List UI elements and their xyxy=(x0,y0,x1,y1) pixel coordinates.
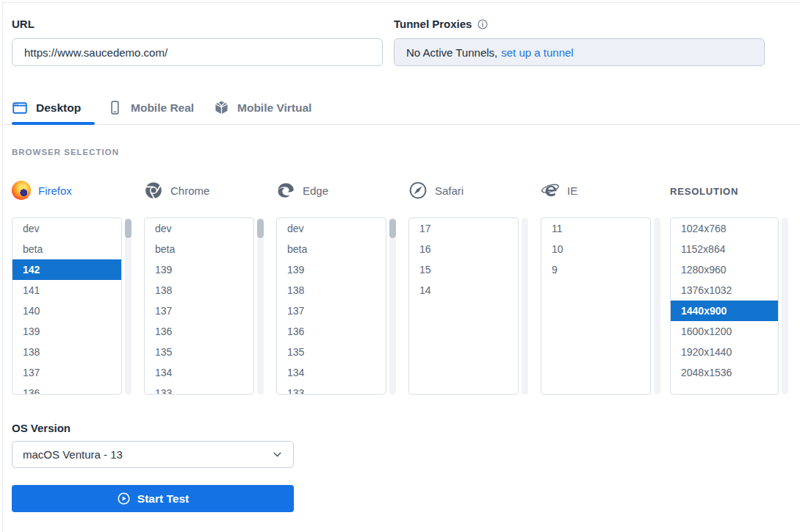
version-option[interactable]: 10 xyxy=(541,239,650,259)
chrome-column: Chrome devbeta139138137136135134133 xyxy=(144,179,269,201)
panel-top-border xyxy=(2,2,800,3)
setup-tunnel-link[interactable]: set up a tunnel xyxy=(501,46,573,59)
start-test-label: Start Test xyxy=(137,492,189,506)
version-option[interactable]: dev xyxy=(12,218,121,239)
chrome-label: Chrome xyxy=(170,184,209,197)
safari-icon xyxy=(408,181,428,200)
tab-mobile-virtual-label: Mobile Virtual xyxy=(237,101,311,115)
chrome-scrollbar[interactable] xyxy=(257,218,264,395)
version-option[interactable]: 135 xyxy=(145,342,253,362)
edge-scrollbar[interactable] xyxy=(389,218,396,395)
chevron-down-icon xyxy=(272,449,283,460)
tab-desktop[interactable]: Desktop xyxy=(12,100,81,116)
tunnel-proxies-label: Tunnel Proxies xyxy=(394,18,489,30)
tunnel-status-box: No Active Tunnels, set up a tunnel xyxy=(394,38,765,66)
safari-version-list[interactable]: 17161514 xyxy=(408,218,519,395)
version-option[interactable]: 137 xyxy=(277,301,386,321)
edge-column: Edge devbeta139138137136135134133 xyxy=(276,179,401,201)
cube-icon xyxy=(214,100,229,115)
scrollbar-thumb[interactable] xyxy=(257,219,264,238)
version-option[interactable]: 133 xyxy=(145,383,253,395)
ie-scrollbar[interactable] xyxy=(654,218,660,395)
version-option[interactable]: 17 xyxy=(409,218,518,239)
panel-left-border xyxy=(2,2,3,532)
platform-tabs: Desktop Mobile Real Mobile Virtual xyxy=(0,96,800,126)
version-option[interactable]: 137 xyxy=(12,362,121,383)
version-option[interactable]: 140 xyxy=(12,301,121,321)
url-input[interactable] xyxy=(12,38,383,66)
resolution-option[interactable]: 1152x864 xyxy=(671,239,778,259)
version-option[interactable]: beta xyxy=(277,239,386,259)
safari-header[interactable]: Safari xyxy=(408,179,533,201)
version-option[interactable]: beta xyxy=(145,239,253,259)
ie-icon xyxy=(541,181,560,200)
os-version-select[interactable]: macOS Ventura - 13 xyxy=(12,441,294,468)
resolution-option[interactable]: 1280x960 xyxy=(671,259,778,280)
os-version-value: macOS Ventura - 13 xyxy=(23,448,123,461)
resolution-option[interactable]: 1376x1032 xyxy=(671,280,778,301)
ie-version-list[interactable]: 11109 xyxy=(541,218,651,395)
info-icon[interactable] xyxy=(477,18,489,30)
resolution-option[interactable]: 2048x1536 xyxy=(671,362,778,383)
tab-mobile-real-label: Mobile Real xyxy=(131,101,194,115)
version-option[interactable]: 9 xyxy=(541,259,650,280)
resolution-option[interactable]: 1440x900 xyxy=(671,301,778,321)
version-option[interactable]: 139 xyxy=(145,259,253,280)
tab-mobile-virtual[interactable]: Mobile Virtual xyxy=(214,100,311,115)
firefox-header[interactable]: Firefox xyxy=(12,179,137,201)
version-option[interactable]: 134 xyxy=(277,362,386,383)
version-option[interactable]: 134 xyxy=(145,362,253,383)
edge-version-list[interactable]: devbeta139138137136135134133 xyxy=(276,218,386,395)
smartphone-icon xyxy=(107,100,123,115)
ie-label: IE xyxy=(567,184,577,197)
version-option[interactable]: dev xyxy=(145,218,253,239)
version-option[interactable]: 139 xyxy=(12,321,121,342)
edge-label: Edge xyxy=(303,184,328,197)
resolution-list[interactable]: 1024x7681152x8641280x9601376x10321440x90… xyxy=(670,218,779,395)
safari-label: Safari xyxy=(435,184,464,197)
firefox-icon xyxy=(12,181,31,200)
url-label: URL xyxy=(12,18,35,30)
version-option[interactable]: 16 xyxy=(409,239,518,259)
ie-column: IE 11109 xyxy=(541,179,666,201)
version-option[interactable]: 139 xyxy=(277,259,386,280)
version-option[interactable]: 136 xyxy=(12,383,121,395)
browser-selection-heading: BROWSER SELECTION xyxy=(12,148,119,157)
resolution-option[interactable]: 1600x1200 xyxy=(671,321,778,342)
chrome-icon xyxy=(144,181,163,200)
version-option[interactable]: 138 xyxy=(12,342,121,362)
safari-column: Safari 17161514 xyxy=(408,179,533,201)
firefox-version-list[interactable]: devbeta142141140139138137136 xyxy=(12,218,122,395)
version-option[interactable]: 138 xyxy=(145,280,253,301)
version-option[interactable]: beta xyxy=(12,239,121,259)
chrome-header[interactable]: Chrome xyxy=(144,179,269,201)
tab-desktop-label: Desktop xyxy=(36,101,81,115)
resolution-scrollbar[interactable] xyxy=(782,218,788,395)
version-option[interactable]: 138 xyxy=(277,280,386,301)
version-option[interactable]: 136 xyxy=(145,321,253,342)
firefox-scrollbar[interactable] xyxy=(125,218,131,395)
safari-scrollbar[interactable] xyxy=(522,218,528,395)
chrome-version-list[interactable]: devbeta139138137136135134133 xyxy=(144,218,254,395)
ie-header[interactable]: IE xyxy=(541,179,666,201)
scrollbar-thumb[interactable] xyxy=(125,219,131,238)
scrollbar-thumb[interactable] xyxy=(389,219,396,238)
version-option[interactable]: 137 xyxy=(145,301,253,321)
active-tab-underline xyxy=(12,122,95,125)
version-option[interactable]: 14 xyxy=(409,280,518,301)
version-option[interactable]: 133 xyxy=(277,383,386,395)
resolution-heading: RESOLUTION xyxy=(670,179,795,201)
tab-mobile-real[interactable]: Mobile Real xyxy=(107,100,194,115)
version-option[interactable]: dev xyxy=(277,218,386,239)
version-option[interactable]: 142 xyxy=(12,259,121,280)
resolution-option[interactable]: 1024x768 xyxy=(671,218,778,239)
version-option[interactable]: 141 xyxy=(12,280,121,301)
resolution-option[interactable]: 1920x1440 xyxy=(671,342,778,362)
edge-header[interactable]: Edge xyxy=(276,179,401,201)
version-option[interactable]: 135 xyxy=(277,342,386,362)
version-option[interactable]: 11 xyxy=(541,218,650,239)
version-option[interactable]: 136 xyxy=(277,321,386,342)
version-option[interactable]: 15 xyxy=(409,259,518,280)
live-testing-panel: URL Tunnel Proxies No Active Tunnels, se… xyxy=(0,0,800,532)
start-test-button[interactable]: Start Test xyxy=(12,485,294,512)
